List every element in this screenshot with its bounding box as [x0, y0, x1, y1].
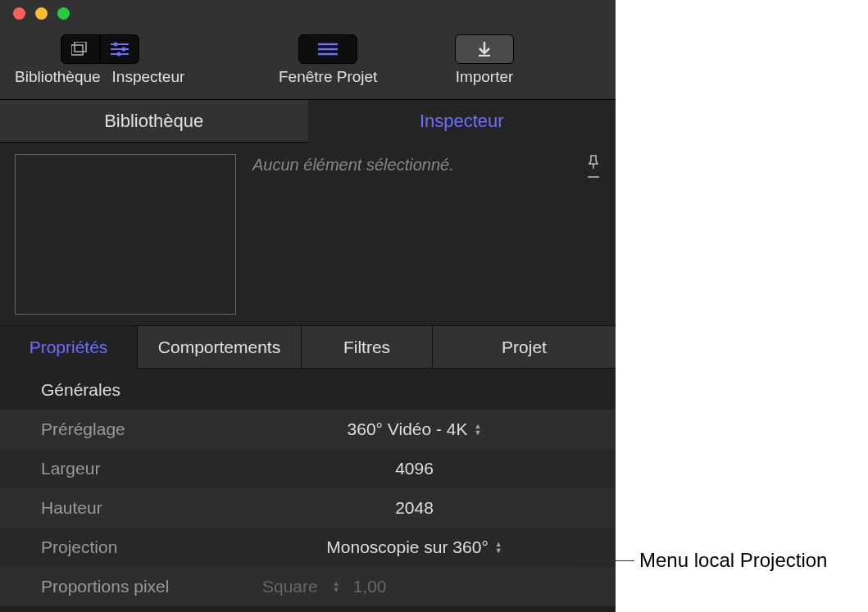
- download-arrow-icon: [477, 42, 492, 57]
- row-projection: Projection Monoscopie sur 360° ▲▼: [0, 528, 616, 567]
- no-selection-text: Aucun élément sélectionné.: [252, 154, 571, 175]
- row-width: Largeur 4096: [0, 449, 616, 488]
- svg-point-7: [116, 52, 120, 57]
- width-field[interactable]: 4096: [213, 459, 616, 478]
- tab-behaviors[interactable]: Comportements: [138, 326, 302, 369]
- row-height: Hauteur 2048: [0, 488, 616, 528]
- preset-popup[interactable]: 360° Vidéo - 4K ▲▼: [213, 419, 616, 439]
- section-general-header[interactable]: Générales: [0, 369, 616, 410]
- preset-label: Préréglage: [41, 419, 213, 439]
- callout-line: [577, 560, 634, 561]
- height-label: Hauteur: [41, 498, 213, 518]
- pin-icon[interactable]: [588, 154, 599, 178]
- row-preset: Préréglage 360° Vidéo - 4K ▲▼: [0, 410, 616, 449]
- height-field[interactable]: 2048: [213, 498, 616, 518]
- svg-point-3: [113, 43, 117, 47]
- svg-rect-1: [75, 42, 86, 52]
- project-window-button[interactable]: [298, 34, 357, 64]
- chevron-up-down-icon: ▲▼: [495, 541, 502, 554]
- inspector-tab-bar: Propriétés Comportements Filtres Projet: [0, 326, 616, 369]
- projection-label: Projection: [41, 537, 213, 557]
- tab-project[interactable]: Projet: [433, 326, 616, 369]
- fullscreen-window-button[interactable]: [57, 7, 70, 20]
- library-icon: [71, 42, 89, 57]
- inspector-label: Inspecteur: [112, 68, 185, 86]
- pixel-aspect-label: Proportions pixel: [41, 577, 213, 596]
- titlebar: [0, 0, 616, 26]
- width-label: Largeur: [41, 459, 213, 478]
- chevron-up-down-icon: ▲▼: [333, 580, 340, 593]
- tab-inspector[interactable]: Inspecteur: [308, 100, 616, 143]
- callout-text: Menu local Projection: [639, 549, 827, 572]
- tab-properties[interactable]: Propriétés: [0, 326, 138, 369]
- import-label: Importer: [456, 68, 514, 86]
- pixel-aspect-value: Square: [262, 577, 318, 596]
- preview-area: Aucun élément sélectionné.: [0, 143, 616, 326]
- import-button[interactable]: [455, 34, 514, 64]
- annotation-callout: Menu local Projection: [577, 549, 827, 572]
- close-window-button[interactable]: [13, 7, 25, 20]
- properties-list: Préréglage 360° Vidéo - 4K ▲▼ Largeur 40…: [0, 410, 616, 606]
- inspector-toggle-button[interactable]: [100, 34, 139, 64]
- chevron-up-down-icon: ▲▼: [475, 423, 482, 436]
- library-label: Bibliothèque: [15, 68, 101, 86]
- app-window: Bibliothèque Inspecteur Fenêtre Projet: [0, 0, 616, 612]
- sliders-icon: [111, 42, 129, 57]
- pixel-aspect-number: 1,00: [353, 577, 387, 596]
- tab-library[interactable]: Bibliothèque: [0, 100, 308, 143]
- projection-popup[interactable]: Monoscopie sur 360° ▲▼: [213, 537, 616, 557]
- pixel-aspect-popup[interactable]: Square ▲▼ 1,00: [213, 577, 616, 596]
- svg-rect-0: [71, 45, 83, 55]
- projection-value: Monoscopie sur 360°: [326, 537, 489, 557]
- height-value: 2048: [395, 498, 434, 518]
- preset-value: 360° Vidéo - 4K: [348, 419, 468, 439]
- row-pixel-aspect: Proportions pixel Square ▲▼ 1,00: [0, 567, 616, 606]
- svg-point-5: [121, 48, 125, 52]
- main-toolbar: Bibliothèque Inspecteur Fenêtre Projet: [0, 26, 616, 100]
- project-window-label: Fenêtre Projet: [279, 68, 377, 86]
- panel-tab-bar: Bibliothèque Inspecteur: [0, 100, 616, 143]
- minimize-window-button[interactable]: [35, 7, 48, 20]
- library-toggle-button[interactable]: [61, 34, 100, 64]
- list-icon: [318, 43, 338, 56]
- width-value: 4096: [395, 459, 434, 478]
- preview-thumbnail: [15, 154, 236, 315]
- tab-filters[interactable]: Filtres: [302, 326, 433, 369]
